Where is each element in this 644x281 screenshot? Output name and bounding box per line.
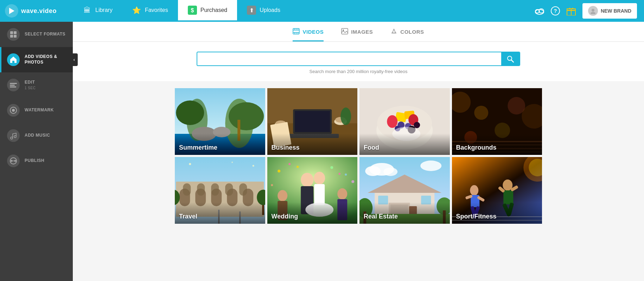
svg-rect-110 <box>314 184 325 205</box>
sidebar-item-add-music[interactable]: ADD MUSIC <box>0 123 73 148</box>
add-music-label: ADD MUSIC <box>25 133 50 138</box>
svg-point-144 <box>470 185 478 196</box>
wedding-label: Wedding <box>267 202 358 224</box>
top-nav: wave.video 🏛 Library ⭐ Favorites $ Purch… <box>0 0 644 22</box>
svg-rect-15 <box>10 31 13 34</box>
purchased-icon: $ <box>188 6 197 15</box>
search-icon <box>507 55 514 63</box>
logo-text: wave.video <box>21 7 57 15</box>
sidebar-item-select-formats[interactable]: SELECT FORMATS <box>0 22 73 47</box>
sidebar-item-add-videos[interactable]: ADD VIDEOS & PHOTOS ‹ <box>0 47 73 72</box>
svg-rect-95 <box>225 183 233 196</box>
cloud-icon-btn[interactable] <box>535 7 544 15</box>
nav-right: ? NEW BRAND <box>528 0 644 22</box>
colors-tab-label: COLORS <box>400 29 424 35</box>
realestate-label: Real Estate <box>359 202 450 224</box>
svg-rect-33 <box>298 28 299 30</box>
svg-marker-0 <box>9 8 14 14</box>
svg-point-14 <box>591 12 595 14</box>
watermark-svg <box>9 106 17 114</box>
favorites-label: Favorites <box>145 7 168 13</box>
tab-colors[interactable]: COLORS <box>390 28 424 41</box>
sport-label: Sport/Fitness <box>452 202 542 224</box>
add-music-icon <box>7 129 20 142</box>
business-label: Business <box>267 133 358 155</box>
sidebar-item-publish[interactable]: PUBLISH <box>0 148 73 174</box>
gallery-grid: Summertime <box>73 81 644 231</box>
edit-icon <box>7 79 20 91</box>
new-brand-button[interactable]: NEW BRAND <box>582 3 637 19</box>
svg-point-122 <box>337 188 347 200</box>
svg-point-115 <box>345 174 347 176</box>
svg-rect-18 <box>14 35 17 38</box>
svg-point-109 <box>314 172 325 184</box>
nav-tabs: 🏛 Library ⭐ Favorites $ Purchased ⬆ <box>73 0 528 22</box>
question-icon: ? <box>551 6 560 15</box>
nav-tab-uploads[interactable]: ⬆ Uploads <box>237 0 290 22</box>
svg-text:⬆: ⬆ <box>249 7 254 13</box>
gallery-item-summertime[interactable]: Summertime <box>175 88 265 155</box>
gallery-item-wedding[interactable]: Wedding <box>267 157 358 224</box>
select-formats-label: SELECT FORMATS <box>25 32 65 37</box>
new-brand-label: NEW BRAND <box>601 8 631 14</box>
gallery-item-sport[interactable]: Sport/Fitness <box>452 157 542 224</box>
nav-tab-library[interactable]: 🏛 Library <box>73 0 122 22</box>
videos-tab-label: VIDEOS <box>302 29 324 35</box>
gallery-item-realestate[interactable]: Real Estate <box>359 157 450 224</box>
svg-point-103 <box>189 163 191 165</box>
svg-point-126 <box>365 166 381 176</box>
gift-icon-btn[interactable] <box>566 6 576 15</box>
svg-point-47 <box>176 100 204 125</box>
image-icon <box>341 28 348 35</box>
nav-tab-favorites[interactable]: ⭐ Favorites <box>122 0 178 22</box>
svg-rect-53 <box>295 111 330 132</box>
svg-rect-92 <box>183 183 191 196</box>
sidebar-item-watermark[interactable]: WATERMARK <box>0 98 73 123</box>
backgrounds-label: Backgrounds <box>452 133 542 155</box>
gallery-item-business[interactable]: Business <box>267 88 358 155</box>
svg-rect-17 <box>10 35 13 38</box>
svg-rect-35 <box>296 33 297 34</box>
select-formats-icon <box>7 28 20 41</box>
svg-point-127 <box>383 168 397 176</box>
svg-rect-16 <box>14 31 17 34</box>
svg-text:$: $ <box>191 7 194 13</box>
travel-label: Travel <box>175 202 265 224</box>
svg-line-40 <box>511 60 514 62</box>
cloud-icon <box>535 7 544 15</box>
publish-label: PUBLISH <box>25 158 44 164</box>
watermark-label: WATERMARK <box>25 107 54 113</box>
search-hint: Search more than 200 million royalty-fre… <box>310 69 408 74</box>
search-bar <box>197 52 520 66</box>
sidebar-collapse-btn[interactable]: ‹ <box>71 53 78 66</box>
uploads-icon: ⬆ <box>247 6 256 15</box>
dollar-icon: $ <box>188 6 197 15</box>
svg-rect-96 <box>239 183 247 196</box>
gallery-item-travel[interactable]: Travel <box>175 157 265 224</box>
play-icon <box>8 7 15 15</box>
tab-images[interactable]: IMAGES <box>341 28 373 41</box>
nav-tab-purchased[interactable]: $ Purchased <box>178 0 237 22</box>
tab-videos[interactable]: VIDEOS <box>293 28 324 41</box>
search-button[interactable] <box>501 52 519 65</box>
svg-point-66 <box>387 115 397 128</box>
content-area: VIDEOS IMAGES <box>73 22 644 281</box>
svg-rect-30 <box>293 32 299 33</box>
svg-point-23 <box>12 109 15 112</box>
sidebar-item-edit[interactable]: EDIT 1 sec <box>0 72 73 98</box>
images-tab-label: IMAGES <box>351 29 373 35</box>
help-icon-btn[interactable]: ? <box>551 6 560 15</box>
food-label: Food <box>359 133 450 155</box>
search-input[interactable] <box>197 52 501 65</box>
svg-rect-36 <box>298 33 299 34</box>
gallery-item-backgrounds[interactable]: Backgrounds <box>452 88 542 155</box>
svg-point-44 <box>229 102 264 130</box>
svg-point-112 <box>278 170 280 172</box>
svg-point-104 <box>231 162 233 163</box>
svg-rect-20 <box>10 85 15 86</box>
svg-point-128 <box>420 161 441 171</box>
music-svg <box>10 132 17 139</box>
library-label: Library <box>95 7 113 13</box>
svg-rect-31 <box>294 28 295 30</box>
gallery-item-food[interactable]: Food <box>359 88 450 155</box>
